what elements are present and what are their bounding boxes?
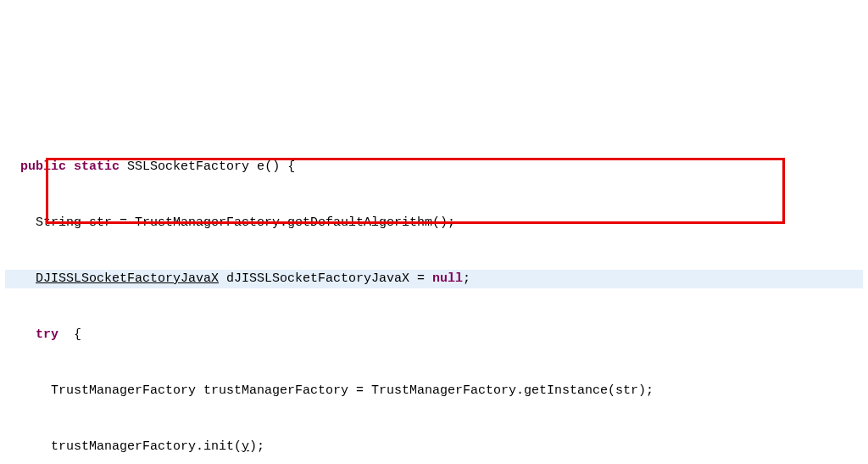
txt: ; bbox=[463, 271, 470, 286]
txt: { bbox=[58, 327, 81, 342]
txt: ); bbox=[249, 439, 264, 454]
code-line: try { bbox=[5, 326, 863, 344]
code-line-highlighted: DJISSLSocketFactoryJavaX dJISSLSocketFac… bbox=[5, 270, 863, 288]
stmt: TrustManagerFactory trustManagerFactory … bbox=[51, 383, 654, 398]
return-type: SSLSocketFactory bbox=[127, 159, 249, 174]
rest: () { bbox=[264, 159, 295, 174]
code-line: public static SSLSocketFactory e() { bbox=[5, 158, 863, 176]
code-line: trustManagerFactory.init(y); bbox=[5, 438, 863, 456]
kw-try: try bbox=[36, 327, 58, 342]
class-ref: DJISSLSocketFactoryJavaX bbox=[36, 271, 219, 286]
kw-static: static bbox=[74, 159, 120, 174]
code-editor[interactable]: public static SSLSocketFactory e() { Str… bbox=[5, 83, 863, 464]
txt: dJISSLSocketFactoryJavaX = bbox=[219, 271, 432, 286]
txt: trustManagerFactory.init( bbox=[51, 439, 242, 454]
code-line: String str = TrustManagerFactory.getDefa… bbox=[5, 214, 863, 232]
stmt: String str = TrustManagerFactory.getDefa… bbox=[36, 215, 455, 230]
code-line: TrustManagerFactory trustManagerFactory … bbox=[5, 382, 863, 400]
kw-public: public bbox=[20, 159, 66, 174]
kw-null: null bbox=[432, 271, 463, 286]
var-ref: y bbox=[242, 439, 249, 454]
method-name: e bbox=[257, 159, 264, 174]
